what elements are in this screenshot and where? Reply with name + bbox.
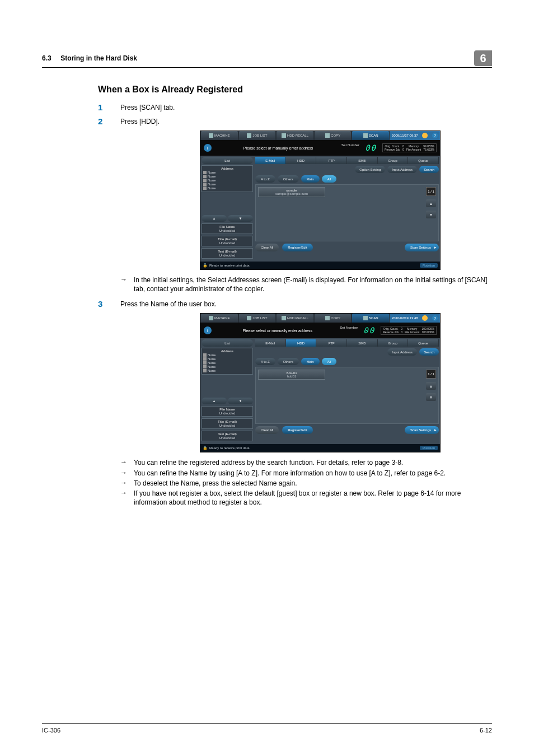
note-deselect: →To deselect the Name, press the selecte… xyxy=(120,479,492,488)
note-atoz: →You can refine the Name by using [A to … xyxy=(120,469,492,478)
search-button[interactable]: Search xyxy=(419,166,439,173)
address-grid: Box-01hdd01 1 / 1 ▲ ▼ xyxy=(255,367,439,424)
screenshot-scan-hdd: MACHINE JOB LIST HDD RECALL COPY SCAN 20… xyxy=(200,313,441,452)
register-edit-button[interactable]: Register/Edit xyxy=(282,426,312,434)
set-number-label: Set Number xyxy=(340,326,358,329)
filename-panel[interactable]: File NameUndecided xyxy=(202,406,253,417)
page-indicator: 1 / 1 xyxy=(426,187,436,196)
status-bar: 🔒Ready to receive print dataRotation xyxy=(200,444,440,452)
main-button[interactable]: Main xyxy=(301,358,320,365)
clear-all-button[interactable]: Clear All xyxy=(255,244,279,251)
list-button[interactable]: List xyxy=(202,339,253,347)
page-down[interactable]: ▼ xyxy=(426,393,436,401)
status-bar: 🔒Ready to receive print dataRotation xyxy=(200,262,440,269)
address-grid: samplesample@sample.com 1 / 1 ▲ ▼ xyxy=(255,184,439,241)
lock-icon: 🔒 xyxy=(203,263,208,267)
help-icon[interactable]: ? xyxy=(432,133,438,138)
filename-panel[interactable]: File NameUndecided xyxy=(202,223,253,234)
page-down[interactable]: ▼ xyxy=(426,211,436,218)
search-button[interactable]: Search xyxy=(419,348,439,356)
screenshot-scan-email: MACHINE JOB LIST HDD RECALL COPY SCAN 20… xyxy=(200,130,441,270)
chapter-badge: 6 xyxy=(474,50,492,66)
tab-copy[interactable]: COPY xyxy=(315,314,352,323)
note-search: →You can refine the registered address b… xyxy=(120,458,492,467)
addr-up[interactable]: ▲ xyxy=(202,398,227,404)
text-panel[interactable]: Text (E-mail)Undecided xyxy=(202,431,253,441)
footer-left: IC-306 xyxy=(42,727,60,734)
warn-icon[interactable] xyxy=(422,315,428,321)
subtab-ftp[interactable]: FTP xyxy=(316,157,347,164)
subtab-group[interactable]: Group xyxy=(378,339,409,347)
subtab-hdd[interactable]: HDD xyxy=(286,339,317,347)
subtab-smb[interactable]: SMB xyxy=(347,157,378,164)
info-icon: i xyxy=(204,144,212,152)
tab-machine[interactable]: MACHINE xyxy=(201,131,238,140)
scan-settings-button[interactable]: Scan Settings xyxy=(405,244,439,251)
rotation-indicator: Rotation xyxy=(420,263,438,268)
tab-machine[interactable]: MACHINE xyxy=(201,314,238,323)
tab-scan[interactable]: SCAN xyxy=(352,314,389,323)
addr-down[interactable]: ▼ xyxy=(228,215,253,222)
header-section: 6.3 Storing in the Hard Disk xyxy=(42,54,137,62)
main-button[interactable]: Main xyxy=(301,175,320,183)
note-register: →If you have not register a box, select … xyxy=(120,489,492,507)
set-number-value: 00 xyxy=(365,143,377,152)
info-text: Please select or manually enter address xyxy=(215,329,340,333)
page-indicator: 1 / 1 xyxy=(426,370,436,379)
tab-scan[interactable]: SCAN xyxy=(352,131,389,140)
all-button[interactable]: All xyxy=(322,358,337,365)
tab-copy[interactable]: COPY xyxy=(315,131,352,140)
others-button[interactable]: Others xyxy=(278,358,299,365)
set-number-value: 00 xyxy=(363,326,375,335)
subtab-queue[interactable]: Queue xyxy=(408,157,439,164)
register-edit-button[interactable]: Register/Edit xyxy=(282,244,312,251)
list-button[interactable]: List xyxy=(202,157,253,164)
address-panel: Address None None None None None xyxy=(202,165,253,192)
counters: Orig. Count.0Memory99.883% Reserve Job0F… xyxy=(382,143,437,152)
address-panel: Address None None None None None xyxy=(202,348,253,375)
tab-joblist[interactable]: JOB LIST xyxy=(239,131,276,140)
addr-up[interactable]: ▲ xyxy=(202,215,227,222)
scan-settings-button[interactable]: Scan Settings xyxy=(405,426,439,434)
help-icon[interactable]: ? xyxy=(432,315,438,321)
input-address-button[interactable]: Input Address xyxy=(387,166,417,173)
tab-joblist[interactable]: JOB LIST xyxy=(239,314,276,323)
step-3: 3 Press the Name of the user box. xyxy=(98,299,492,309)
counters: Orig. Count.0Memory100.000% Reserve Job0… xyxy=(381,326,437,335)
atoz-button[interactable]: A to Z xyxy=(255,358,275,365)
clear-all-button[interactable]: Clear All xyxy=(255,426,279,434)
subtab-queue[interactable]: Queue xyxy=(408,339,439,347)
subtab-ftp[interactable]: FTP xyxy=(316,339,347,347)
title-panel[interactable]: Title (E-mail)Undecided xyxy=(202,236,253,246)
box-cell[interactable]: Box-01hdd01 xyxy=(258,370,325,380)
tab-hddrecall[interactable]: HDD RECALL xyxy=(277,314,313,323)
page-up[interactable]: ▲ xyxy=(426,382,436,390)
subtab-smb[interactable]: SMB xyxy=(347,339,378,347)
warn-icon[interactable] xyxy=(422,133,428,138)
address-cell[interactable]: samplesample@sample.com xyxy=(258,187,325,197)
tab-hddrecall[interactable]: HDD RECALL xyxy=(277,131,313,140)
subtab-email[interactable]: E-Mail xyxy=(255,157,286,164)
text-panel[interactable]: Text (E-mail)Undecided xyxy=(202,248,253,259)
subtab-email[interactable]: E-Mail xyxy=(255,339,286,347)
addr-down[interactable]: ▼ xyxy=(228,398,253,404)
section-title: When a Box is Already Registered xyxy=(98,85,492,95)
input-address-button[interactable]: Input Address xyxy=(387,348,417,356)
datetime: 2009/11/27 09:37? xyxy=(390,131,440,140)
option-setting-button[interactable]: Option Setting xyxy=(355,166,385,173)
subtab-hdd[interactable]: HDD xyxy=(286,157,317,164)
footer-page: 6-12 xyxy=(480,727,492,734)
rotation-indicator: Rotation xyxy=(420,446,438,450)
step-2: 2 Press [HDD]. xyxy=(98,116,492,126)
info-text: Please select or manually enter address xyxy=(215,146,341,150)
all-button[interactable]: All xyxy=(322,175,337,183)
atoz-button[interactable]: A to Z xyxy=(255,175,275,183)
step-1: 1 Press [SCAN] tab. xyxy=(98,102,492,112)
page-up[interactable]: ▲ xyxy=(426,199,436,207)
subtab-group[interactable]: Group xyxy=(378,157,409,164)
others-button[interactable]: Others xyxy=(278,175,299,183)
info-icon: i xyxy=(204,326,212,334)
title-panel[interactable]: Title (E-mail)Undecided xyxy=(202,418,253,429)
note-initial-settings: →In the initial settings, the Select Add… xyxy=(120,276,492,293)
lock-icon: 🔒 xyxy=(203,446,208,450)
